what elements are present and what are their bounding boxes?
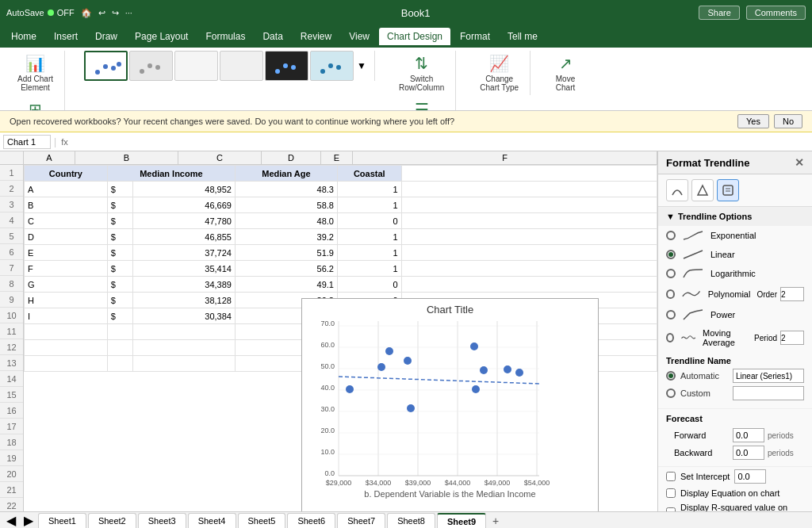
- trendline-option-power[interactable]: Power: [658, 305, 812, 324]
- radio-power[interactable]: [666, 310, 676, 319]
- cell-c2[interactable]: 48.3: [235, 182, 337, 197]
- sheet-tab-6[interactable]: Sheet6: [287, 513, 335, 529]
- radio-moving-average[interactable]: [666, 333, 674, 342]
- col-header-b[interactable]: B: [75, 151, 178, 164]
- trendline-option-polynomial[interactable]: Polynomial Order: [658, 283, 812, 305]
- menu-formulas[interactable]: Formulas: [197, 28, 253, 45]
- display-rsquared-checkbox[interactable]: [666, 507, 676, 511]
- comments-button[interactable]: Comments: [746, 6, 806, 20]
- cell-d6[interactable]: 1: [337, 245, 401, 261]
- header-age[interactable]: Median Age: [235, 166, 337, 182]
- menu-insert[interactable]: Insert: [46, 28, 86, 45]
- cell-b4[interactable]: 47,780: [133, 213, 236, 229]
- header-country[interactable]: Country: [25, 166, 108, 182]
- display-equation-checkbox[interactable]: [666, 488, 676, 498]
- select-data-btn[interactable]: ☰ SelectData: [406, 97, 438, 111]
- sheet-tab-2[interactable]: Sheet2: [88, 513, 136, 529]
- cell-b8-dollar[interactable]: $: [107, 277, 132, 293]
- sheet-tab-7[interactable]: Sheet7: [337, 513, 385, 529]
- sheet-tab-3[interactable]: Sheet3: [138, 513, 186, 529]
- redo-icon[interactable]: ↪: [112, 8, 119, 18]
- cell-b5[interactable]: 46,855: [133, 229, 236, 245]
- trendline-option-logarithmic[interactable]: Logarithmic: [658, 264, 812, 283]
- cell-a6[interactable]: E: [25, 245, 108, 261]
- sheet-tab-4[interactable]: Sheet4: [188, 513, 236, 529]
- polynomial-order-input[interactable]: [780, 287, 804, 301]
- home-icon[interactable]: 🏠: [81, 8, 92, 18]
- col-header-a[interactable]: A: [24, 151, 75, 164]
- cell-b9-dollar[interactable]: $: [107, 293, 132, 308]
- add-sheet-btn[interactable]: +: [488, 513, 504, 529]
- cell-a8[interactable]: G: [25, 277, 108, 293]
- cell-b8[interactable]: 34,389: [133, 277, 236, 293]
- share-button[interactable]: Share: [699, 6, 739, 20]
- cell-b2-dollar[interactable]: $: [107, 182, 132, 197]
- cell-b6[interactable]: 37,724: [133, 245, 236, 261]
- formula-input[interactable]: [73, 137, 809, 147]
- sheet-tab-9[interactable]: Sheet9: [437, 513, 486, 529]
- menu-data[interactable]: Data: [255, 28, 290, 45]
- more-icon[interactable]: ···: [125, 8, 132, 17]
- prev-sheet-btn[interactable]: ◀: [3, 513, 19, 528]
- sheet-tab-5[interactable]: Sheet5: [238, 513, 286, 529]
- trendline-option-linear[interactable]: Linear: [658, 245, 812, 264]
- forward-input[interactable]: [733, 428, 764, 442]
- cell-c7[interactable]: 56.2: [235, 261, 337, 277]
- menu-review[interactable]: Review: [293, 28, 339, 45]
- chart-container[interactable]: Chart Title 0.0 10.0 20.0 30.0 40.0 50.0…: [301, 298, 599, 511]
- add-chart-element-btn[interactable]: 📊 Add ChartElement: [13, 51, 58, 95]
- cell-b6-dollar[interactable]: $: [107, 245, 132, 261]
- cell-a3[interactable]: B: [25, 197, 108, 213]
- notif-no-btn[interactable]: No: [774, 114, 802, 128]
- radio-custom[interactable]: [666, 388, 676, 398]
- style-thumb-4[interactable]: [220, 51, 263, 81]
- style-thumb-3[interactable]: [174, 51, 218, 81]
- cell-d3[interactable]: 1: [337, 197, 401, 213]
- col-header-d[interactable]: D: [262, 151, 321, 164]
- move-chart-btn[interactable]: ↗ MoveChart: [550, 51, 581, 95]
- cell-c5[interactable]: 39.2: [235, 229, 337, 245]
- cell-a10[interactable]: I: [25, 308, 108, 324]
- menu-draw[interactable]: Draw: [87, 28, 125, 45]
- backward-input[interactable]: [733, 446, 764, 460]
- radio-polynomial[interactable]: [666, 289, 675, 299]
- menu-format[interactable]: Format: [452, 28, 498, 45]
- cell-a7[interactable]: F: [25, 261, 108, 277]
- radio-automatic[interactable]: [666, 371, 676, 381]
- trendline-options-section[interactable]: ▼ Trendline Options: [658, 207, 812, 226]
- cell-d8[interactable]: 0: [337, 277, 401, 293]
- cell-d7[interactable]: 1: [337, 261, 401, 277]
- style-thumb-1[interactable]: [84, 51, 128, 81]
- radio-exponential[interactable]: [666, 231, 676, 240]
- col-header-c[interactable]: C: [178, 151, 262, 164]
- notif-yes-btn[interactable]: Yes: [737, 114, 769, 128]
- col-header-e[interactable]: E: [321, 151, 353, 164]
- cell-b10[interactable]: 30,384: [133, 308, 236, 324]
- radio-logarithmic[interactable]: [666, 269, 676, 278]
- cell-a4[interactable]: C: [25, 213, 108, 229]
- header-coastal[interactable]: Coastal: [337, 166, 401, 182]
- menu-page-layout[interactable]: Page Layout: [127, 28, 196, 45]
- menu-tell-me[interactable]: Tell me: [500, 28, 546, 45]
- custom-value-input[interactable]: [733, 386, 804, 400]
- cell-b7-dollar[interactable]: $: [107, 261, 132, 277]
- style-thumb-5[interactable]: [265, 51, 308, 81]
- cell-b7[interactable]: 35,414: [133, 261, 236, 277]
- cell-b5-dollar[interactable]: $: [107, 229, 132, 245]
- name-box[interactable]: [3, 135, 51, 149]
- trendline-option-exponential[interactable]: Exponential: [658, 226, 812, 245]
- set-intercept-checkbox[interactable]: [666, 472, 676, 481]
- col-header-f[interactable]: F: [353, 151, 657, 164]
- cell-b3-dollar[interactable]: $: [107, 197, 132, 213]
- cell-b2[interactable]: 48,952: [133, 182, 236, 197]
- moving-average-period-input[interactable]: [780, 331, 804, 345]
- next-sheet-btn[interactable]: ▶: [21, 513, 36, 528]
- tab-options[interactable]: [717, 179, 739, 201]
- radio-linear[interactable]: [666, 250, 676, 259]
- cell-b3[interactable]: 46,669: [133, 197, 236, 213]
- trendline-option-moving-average[interactable]: Moving Average Period: [658, 324, 812, 351]
- cell-b10-dollar[interactable]: $: [107, 308, 132, 324]
- trendline-close-btn[interactable]: ✕: [795, 156, 804, 169]
- set-intercept-input[interactable]: [734, 469, 766, 484]
- style-thumb-2[interactable]: [129, 51, 173, 81]
